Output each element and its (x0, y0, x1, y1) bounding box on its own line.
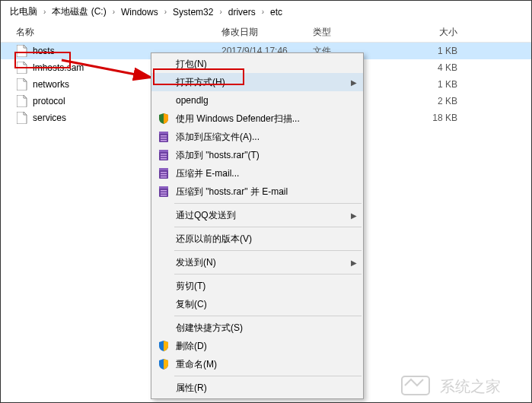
breadcrumb-segment[interactable]: Windows (118, 5, 161, 19)
breadcrumb-segment[interactable]: drivers (225, 5, 259, 19)
menu-item[interactable]: 删除(D) (151, 337, 363, 355)
svg-rect-19 (161, 192, 167, 194)
menu-item-label: 使用 Windows Defender扫描... (173, 113, 345, 125)
menu-separator (174, 316, 362, 316)
menu-item[interactable]: 还原以前的版本(V) (151, 230, 363, 248)
svg-rect-13 (161, 172, 167, 173)
file-icon (16, 95, 28, 107)
file-icon (16, 112, 28, 124)
file-icon (16, 45, 28, 57)
shield-blue-icon (155, 358, 173, 370)
svg-rect-9 (161, 156, 167, 157)
svg-rect-3 (161, 135, 167, 137)
menu-item[interactable]: 通过QQ发送到▶ (151, 206, 363, 224)
menu-item-label: 发送到(N) (173, 256, 345, 269)
menu-item[interactable]: 发送到(N)▶ (151, 253, 363, 271)
chevron-right-icon: › (111, 8, 116, 16)
menu-item[interactable]: 打开方式(H)▶ (151, 73, 363, 91)
rar-icon (155, 186, 173, 198)
chevron-right-icon: › (260, 8, 266, 16)
menu-item-label: 压缩并 E-mail... (173, 167, 345, 180)
menu-item[interactable]: 剪切(T) (151, 277, 363, 295)
svg-rect-18 (161, 190, 167, 192)
header-type[interactable]: 类型 (313, 26, 397, 39)
menu-item-label: opendlg (173, 95, 345, 106)
file-size: 1 KB (397, 46, 488, 56)
svg-rect-10 (161, 158, 167, 160)
menu-item-label: 通过QQ发送到 (173, 209, 345, 222)
svg-rect-20 (161, 195, 167, 196)
svg-rect-15 (161, 176, 167, 178)
menu-item-label: 重命名(M) (173, 358, 345, 371)
header-date[interactable]: 修改日期 (221, 26, 313, 39)
menu-item[interactable]: 使用 Windows Defender扫描... (151, 109, 363, 128)
chevron-right-icon: › (163, 8, 168, 16)
menu-item[interactable]: opendlg (151, 91, 363, 109)
menu-separator (174, 203, 362, 204)
header-size[interactable]: 大小 (397, 26, 488, 39)
menu-item[interactable]: 添加到 "hosts.rar"(T) (151, 146, 363, 164)
submenu-arrow-icon: ▶ (351, 78, 357, 87)
svg-text:系统之家: 系统之家 (440, 378, 501, 395)
menu-item-label: 打包(N) (173, 58, 345, 71)
menu-item-label: 属性(R) (173, 382, 345, 395)
menu-item[interactable]: 压缩并 E-mail... (151, 164, 363, 182)
menu-item[interactable]: 属性(R) (151, 379, 363, 397)
file-size: 2 KB (397, 96, 488, 106)
menu-item-label: 还原以前的版本(V) (173, 233, 345, 246)
menu-separator (174, 227, 362, 227)
menu-separator (174, 376, 362, 376)
rar-icon (155, 131, 173, 143)
menu-item-label: 打开方式(H) (173, 76, 345, 89)
menu-item[interactable]: 创建快捷方式(S) (151, 319, 363, 337)
menu-item[interactable]: 添加到压缩文件(A)... (151, 128, 363, 146)
breadcrumb-segment[interactable]: System32 (170, 5, 216, 19)
menu-item-label: 创建快捷方式(S) (173, 322, 345, 335)
file-size: 4 KB (397, 62, 488, 73)
menu-item-label: 压缩到 "hosts.rar" 并 E-mail (173, 186, 345, 198)
chevron-right-icon: › (42, 8, 47, 16)
breadcrumb-segment[interactable]: etc (267, 5, 285, 19)
watermark: 系统之家 (394, 369, 531, 402)
menu-item[interactable]: 打包(N) (151, 55, 363, 73)
svg-rect-12 (159, 168, 168, 170)
svg-rect-8 (161, 154, 167, 155)
shield-icon (155, 113, 173, 125)
file-icon (16, 62, 28, 74)
menu-separator (174, 250, 362, 251)
menu-item-label: 添加到 "hosts.rar"(T) (173, 149, 345, 162)
menu-separator (174, 274, 362, 274)
breadcrumb-segment[interactable]: 比电脑 (7, 4, 40, 20)
svg-rect-17 (159, 186, 168, 189)
svg-rect-14 (161, 174, 167, 176)
menu-item-label: 剪切(T) (173, 280, 345, 293)
file-size: 1 KB (397, 79, 488, 90)
submenu-arrow-icon: ▶ (351, 259, 357, 267)
menu-item[interactable]: 复制(C) (151, 295, 363, 313)
svg-rect-4 (161, 138, 167, 139)
shield-blue-icon (155, 340, 173, 352)
svg-rect-2 (159, 132, 168, 134)
chevron-right-icon: › (218, 8, 223, 16)
file-icon (16, 78, 28, 90)
svg-rect-5 (161, 140, 167, 141)
menu-item-label: 复制(C) (173, 298, 345, 311)
header-name[interactable]: 名称 (1, 26, 221, 39)
menu-item[interactable]: 重命名(M) (151, 355, 363, 373)
column-headers: 名称 修改日期 类型 大小 (1, 23, 531, 43)
menu-item-label: 删除(D) (173, 340, 345, 353)
submenu-arrow-icon: ▶ (351, 211, 357, 220)
context-menu[interactable]: 打包(N)打开方式(H)▶opendlg使用 Windows Defender扫… (151, 52, 364, 399)
rar-icon (155, 167, 173, 179)
menu-item-label: 添加到压缩文件(A)... (173, 131, 345, 144)
svg-rect-7 (159, 150, 168, 152)
file-size: 18 KB (397, 113, 488, 123)
breadcrumb-segment[interactable]: 本地磁盘 (C:) (49, 4, 109, 20)
rar-icon (155, 149, 173, 161)
breadcrumb[interactable]: 比电脑›本地磁盘 (C:)›Windows›System32›drivers›e… (1, 1, 531, 23)
menu-item[interactable]: 压缩到 "hosts.rar" 并 E-mail (151, 182, 363, 201)
